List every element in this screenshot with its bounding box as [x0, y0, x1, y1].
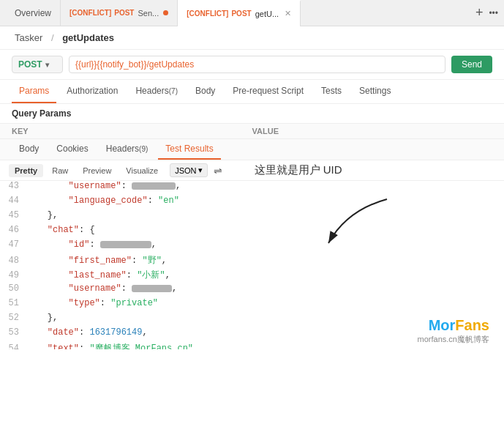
- tab-body[interactable]: Body: [188, 80, 222, 103]
- annotation-container: 这里就是用户 UID: [255, 163, 342, 177]
- json-punct: :: [148, 196, 158, 206]
- breadcrumb-parent[interactable]: Tasker: [15, 32, 42, 43]
- json-punct: [26, 225, 48, 235]
- code-line: 43 "username": ,: [0, 181, 504, 196]
- json-punct: [26, 298, 69, 308]
- breadcrumb-separator: /: [51, 32, 54, 43]
- tab-actions: + •••: [475, 5, 498, 21]
- json-punct: [26, 256, 69, 266]
- code-line: 48 "first_name": "野",: [0, 254, 504, 269]
- code-line: 44 "language_code": "en": [0, 196, 504, 210]
- json-punct: [26, 313, 48, 323]
- nav-tabs: Params Authorization Headers(7) Body Pre…: [0, 80, 504, 104]
- add-tab-btn[interactable]: +: [475, 5, 484, 21]
- json-key: "type": [69, 298, 100, 308]
- fmt-visualize[interactable]: Visualize: [120, 164, 164, 177]
- subtab-cookies[interactable]: Cookies: [49, 139, 95, 160]
- json-string: "野": [142, 256, 161, 266]
- line-content: "type": "private": [26, 298, 504, 308]
- morfans-logo: MorFans morfans.cn魔帆博客: [409, 313, 498, 349]
- body-sub-tabs: Body Cookies Headers(9) Test Results: [0, 139, 504, 160]
- fmt-raw[interactable]: Raw: [46, 164, 74, 177]
- json-punct: :: [132, 256, 142, 266]
- close-tab-btn[interactable]: ✕: [285, 9, 291, 18]
- query-params-label: Query Params: [0, 104, 504, 124]
- tab-settings[interactable]: Settings: [352, 80, 398, 103]
- line-content: "first_name": "野",: [26, 254, 504, 267]
- line-content: "chat": {: [26, 225, 504, 235]
- fmt-pretty[interactable]: Pretty: [9, 164, 43, 177]
- json-punct: :: [121, 181, 132, 191]
- line-number: 51: [0, 298, 26, 308]
- method-select[interactable]: POST ▾: [12, 56, 63, 73]
- more-tabs-btn[interactable]: •••: [489, 8, 498, 18]
- subtab-body[interactable]: Body: [12, 139, 46, 160]
- json-string: "魔帆博客 MorFans.cn": [89, 343, 193, 349]
- json-punct: },: [48, 313, 58, 323]
- line-number: 46: [0, 225, 26, 235]
- json-punct: :: [89, 239, 99, 250]
- tab-getupdates[interactable]: [CONFLICT] POST getU... ✕: [178, 0, 301, 26]
- tab-headers[interactable]: Headers(7): [128, 80, 185, 103]
- json-punct: [26, 181, 69, 191]
- tab-params[interactable]: Params: [12, 80, 56, 103]
- json-punct: :: [127, 270, 137, 280]
- tab-tests[interactable]: Tests: [314, 80, 349, 103]
- wrap-toggle-icon[interactable]: ⇌: [214, 165, 222, 176]
- code-line: 47 "id": ,: [0, 239, 504, 254]
- key-header: KEY: [12, 127, 252, 135]
- json-punct: },: [48, 210, 58, 220]
- send-button[interactable]: Send: [451, 56, 492, 73]
- line-content: "last_name": "小新",: [26, 269, 504, 281]
- conflict-dot-1: [163, 10, 168, 15]
- json-punct: [26, 327, 48, 338]
- line-number: 48: [0, 256, 26, 266]
- json-key: "text": [48, 343, 79, 349]
- line-number: 50: [0, 283, 26, 294]
- tab-bar: Overview [CONFLICT] POST Sen... [CONFLIC…: [0, 0, 504, 26]
- json-key: "username": [69, 283, 121, 294]
- redacted-value: [100, 241, 151, 248]
- method-post-1: POST: [114, 9, 134, 17]
- code-line: 51 "type": "private": [0, 298, 504, 313]
- json-punct: [26, 196, 69, 206]
- tab-overview[interactable]: Overview: [6, 0, 61, 26]
- code-line: 49 "last_name": "小新",: [0, 269, 504, 283]
- line-number: 47: [0, 239, 26, 250]
- json-string: "en": [158, 196, 179, 206]
- url-input[interactable]: {{url}}{{notify_bot}}/getUpdates: [69, 56, 445, 73]
- subtab-headers9[interactable]: Headers(9): [99, 139, 156, 160]
- tab-authorization[interactable]: Authorization: [59, 80, 125, 103]
- tab-sendmail[interactable]: [CONFLICT] POST Sen...: [61, 0, 178, 26]
- json-string: "private": [110, 298, 158, 308]
- fmt-preview[interactable]: Preview: [77, 164, 117, 177]
- json-punct: ,: [142, 327, 147, 338]
- code-area: 43 "username": ,44 "language_code": "en"…: [0, 181, 504, 349]
- json-punct: [26, 283, 69, 294]
- line-number: 45: [0, 210, 26, 220]
- json-key: "username": [69, 181, 121, 191]
- line-number: 52: [0, 313, 26, 323]
- json-punct: :: [100, 298, 110, 308]
- format-bar: Pretty Raw Preview Visualize JSON ▾ ⇌ 这里…: [0, 160, 504, 181]
- json-string: "小新": [137, 270, 165, 280]
- line-content: "language_code": "en": [26, 196, 504, 206]
- json-punct: : {: [79, 225, 95, 235]
- json-punct: [26, 210, 48, 220]
- json-format-select[interactable]: JSON ▾: [170, 163, 207, 177]
- json-punct: ,: [172, 283, 177, 294]
- mor-text: Mor: [429, 317, 456, 333]
- json-punct: ,: [176, 181, 181, 191]
- line-content: },: [26, 210, 504, 220]
- json-punct: :: [121, 283, 132, 294]
- url-bar: POST ▾ {{url}}{{notify_bot}}/getUpdates …: [0, 50, 504, 80]
- line-content: "username": ,: [26, 181, 504, 191]
- json-punct: ,: [165, 270, 170, 280]
- json-punct: [26, 343, 48, 349]
- method-chevron: ▾: [45, 61, 49, 69]
- json-punct: :: [79, 343, 89, 349]
- json-punct: ,: [162, 256, 167, 266]
- json-key: "id": [69, 239, 90, 250]
- tab-prerequest[interactable]: Pre-request Script: [225, 80, 311, 103]
- subtab-testresults[interactable]: Test Results: [158, 139, 220, 160]
